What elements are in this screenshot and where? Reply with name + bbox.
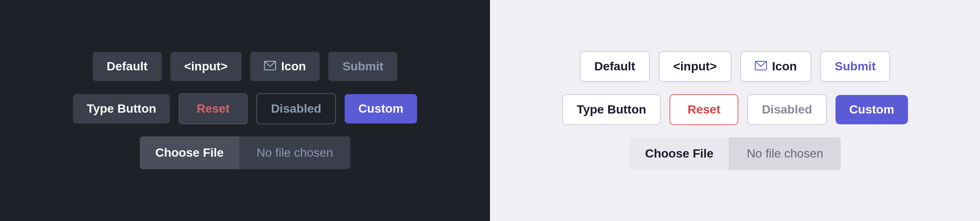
dark-custom-label: Custom [358, 102, 403, 116]
light-submit-button[interactable]: Submit [820, 51, 890, 82]
light-row-2: Type Button Reset Disabled Custom [562, 94, 908, 125]
dark-submit-button[interactable]: Submit [328, 52, 397, 81]
dark-input-button[interactable]: <input> [170, 52, 242, 81]
light-type-button-label: Type Button [577, 103, 646, 117]
light-default-label: Default [594, 60, 635, 73]
light-custom-button[interactable]: Custom [836, 95, 908, 124]
light-type-button[interactable]: Type Button [562, 94, 661, 125]
dark-type-button-label: Type Button [87, 102, 156, 116]
dark-choose-file-label: Choose File [155, 146, 224, 159]
light-submit-label: Submit [835, 60, 876, 73]
dark-reset-label: Reset [197, 102, 229, 116]
light-panel: Default <input> Icon Submit Type Button … [490, 0, 980, 221]
light-default-button[interactable]: Default [580, 51, 650, 82]
dark-row-2: Type Button Reset Disabled Custom [73, 93, 417, 124]
dark-choose-file-button[interactable]: Choose File [140, 136, 239, 169]
light-file-input-container: Choose File No file chosen [629, 137, 840, 170]
dark-disabled-label: Disabled [271, 102, 321, 116]
dark-input-label: <input> [184, 60, 228, 73]
light-no-file-label: No file chosen [729, 137, 840, 170]
dark-default-button[interactable]: Default [93, 52, 162, 81]
light-input-label: <input> [673, 60, 717, 73]
light-choose-file-button[interactable]: Choose File [629, 137, 729, 170]
dark-no-file-label: No file chosen [239, 136, 350, 169]
light-disabled-button[interactable]: Disabled [747, 94, 827, 125]
envelope-icon-light [755, 60, 767, 73]
dark-default-label: Default [107, 60, 148, 73]
dark-panel: Default <input> Icon Submit Type Button … [0, 0, 490, 221]
dark-submit-label: Submit [342, 60, 383, 73]
dark-type-button[interactable]: Type Button [73, 94, 170, 123]
light-reset-button[interactable]: Reset [669, 94, 738, 125]
dark-file-input-container: Choose File No file chosen [140, 136, 350, 169]
light-row-1: Default <input> Icon Submit [580, 51, 890, 82]
dark-custom-button[interactable]: Custom [345, 94, 417, 123]
envelope-icon [264, 60, 276, 73]
light-icon-label: Icon [772, 60, 797, 73]
light-disabled-label: Disabled [762, 103, 812, 117]
dark-disabled-button[interactable]: Disabled [256, 93, 336, 124]
dark-icon-button[interactable]: Icon [250, 52, 320, 81]
light-icon-button[interactable]: Icon [740, 51, 812, 82]
light-reset-label: Reset [688, 103, 720, 117]
dark-row-1: Default <input> Icon Submit [93, 52, 398, 81]
light-input-button[interactable]: <input> [659, 51, 732, 82]
light-custom-label: Custom [849, 103, 894, 117]
dark-icon-label: Icon [281, 60, 306, 73]
light-choose-file-label: Choose File [645, 147, 713, 160]
dark-reset-button[interactable]: Reset [179, 93, 248, 124]
